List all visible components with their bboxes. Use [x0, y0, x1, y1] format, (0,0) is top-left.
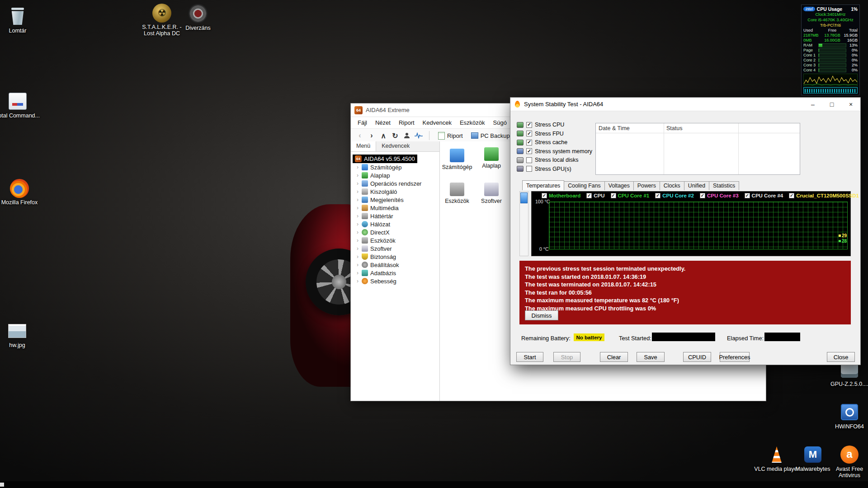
- minimize-button[interactable]: –: [803, 98, 822, 111]
- stress-option[interactable]: Stress CPU: [517, 122, 592, 128]
- tree-root-item[interactable]: 64 AIDA64 v5.95.4500: [353, 155, 417, 163]
- content-icon-4[interactable]: Szoftver: [474, 183, 509, 204]
- content-icon-1[interactable]: Számítógép: [439, 149, 475, 170]
- desktop[interactable]: LomtárS.T.A.L.K.E.R. - Lost Alpha DCDive…: [0, 0, 868, 488]
- desktop-icon-hw-jpg[interactable]: hw.jpg: [0, 321, 40, 348]
- desktop-icon-diverzans[interactable]: Diverzáns: [175, 4, 221, 31]
- clear-button[interactable]: Clear: [600, 352, 628, 362]
- up-icon[interactable]: ∧: [378, 130, 389, 141]
- tree-item[interactable]: ›Szoftver: [351, 244, 439, 253]
- stability-test-window[interactable]: System Stability Test - AIDA64 – □ × Str…: [510, 97, 861, 365]
- menu-eszközök[interactable]: Eszközök: [456, 118, 489, 127]
- content-icon-3[interactable]: Eszközök: [439, 183, 475, 204]
- tab-menu[interactable]: Menü: [351, 141, 376, 151]
- stress-option[interactable]: Stress FPU: [517, 131, 592, 137]
- tree-item[interactable]: ›Eszközök: [351, 236, 439, 244]
- menu-fájl[interactable]: Fájl: [354, 118, 371, 127]
- stress-option[interactable]: Stress local disks: [517, 157, 592, 163]
- taskbar-item[interactable]: [0, 483, 4, 487]
- checkbox[interactable]: [526, 122, 532, 128]
- close-icon[interactable]: ×: [841, 98, 860, 111]
- slider-thumb[interactable]: [520, 192, 528, 203]
- sst-titlebar[interactable]: System Stability Test - AIDA64 – □ ×: [510, 98, 860, 111]
- stress-option[interactable]: Stress system memory: [517, 148, 592, 155]
- tree-item[interactable]: ›Megjelenítés: [351, 196, 439, 204]
- tab-cooling-fans[interactable]: Cooling Fans: [564, 181, 604, 190]
- checkbox[interactable]: [526, 131, 532, 136]
- close-button[interactable]: Close: [827, 352, 855, 362]
- tree-item[interactable]: ›Kiszolgáló: [351, 188, 439, 196]
- refresh-icon[interactable]: ↻: [390, 130, 401, 141]
- content-icon-2[interactable]: Alaplap: [474, 147, 509, 169]
- tab-voltages[interactable]: Voltages: [604, 181, 634, 190]
- legend-item[interactable]: Crucial_CT120M500SSD1: [789, 193, 859, 198]
- checkbox[interactable]: [586, 193, 592, 198]
- checkbox[interactable]: [526, 148, 532, 154]
- checkbox[interactable]: [700, 193, 705, 198]
- report-button[interactable]: Riport: [434, 131, 467, 141]
- menu-súgó[interactable]: Súgó: [489, 118, 511, 127]
- preferences-button[interactable]: Preferences: [720, 352, 750, 362]
- cpu-usage-gadget[interactable]: intel CPU Usage 1% Clock:3401MHz Core i5…: [801, 5, 860, 95]
- tree-item[interactable]: ›Operációs rendszer: [351, 179, 439, 188]
- tree-item[interactable]: ›Multimédia: [351, 204, 439, 212]
- tree-item[interactable]: ›Háttértár: [351, 212, 439, 220]
- desktop-icon-hwinfo64[interactable]: HWiNFO64: [827, 402, 868, 430]
- stress-option[interactable]: Stress GPU(s): [517, 166, 592, 172]
- checkbox[interactable]: [655, 193, 660, 198]
- legend-item[interactable]: CPU Core #4: [745, 193, 783, 198]
- legend-item[interactable]: CPU Core #1: [611, 193, 650, 198]
- checkbox[interactable]: [526, 157, 532, 163]
- desktop-icon-avast[interactable]: Avast Free Antivirus: [827, 445, 868, 479]
- menu-nézet[interactable]: Nézet: [371, 118, 395, 127]
- tree-item[interactable]: ›Beállítások: [351, 261, 439, 269]
- tree-item[interactable]: ›Biztonság: [351, 253, 439, 261]
- tree-item[interactable]: ›Alaplap: [351, 171, 439, 179]
- back-icon[interactable]: ‹: [354, 130, 365, 141]
- tree-item[interactable]: ›Adatbázis: [351, 269, 439, 277]
- menu-riport[interactable]: Riport: [395, 118, 419, 127]
- desktop-icon-label: hw.jpg: [9, 342, 25, 348]
- tab-statistics[interactable]: Statistics: [709, 181, 739, 190]
- tree-item[interactable]: ›Hálózat: [351, 220, 439, 228]
- desktop-icon-total-commander[interactable]: Total Command...: [0, 91, 40, 119]
- taskbar[interactable]: [0, 481, 868, 488]
- legend-label: Crucial_CT120M500SSD1: [796, 193, 859, 198]
- checkbox[interactable]: [526, 166, 532, 172]
- start-button[interactable]: Start: [516, 352, 543, 362]
- menu-kedvencek[interactable]: Kedvencek: [419, 118, 456, 127]
- forward-icon[interactable]: ›: [366, 130, 377, 141]
- legend-item[interactable]: CPU Core #3: [700, 193, 739, 198]
- save-button[interactable]: Save: [637, 352, 665, 362]
- desktop-icon-firefox[interactable]: Mozilla Firefox: [0, 179, 42, 206]
- devices-icon: [450, 183, 464, 196]
- maximize-button[interactable]: □: [822, 98, 841, 111]
- tab-favorites[interactable]: Kedvencek: [376, 141, 415, 151]
- checkbox[interactable]: [542, 193, 547, 198]
- tree-item[interactable]: ›DirectX: [351, 228, 439, 236]
- checkbox[interactable]: [611, 193, 616, 198]
- user-icon[interactable]: [401, 130, 412, 141]
- tab-powers[interactable]: Powers: [633, 181, 660, 190]
- checkbox[interactable]: [526, 140, 532, 145]
- cpuid-button[interactable]: CPUID: [683, 352, 711, 362]
- chevron-right-icon: ›: [357, 278, 362, 284]
- pc-backup-button[interactable]: PC Backup: [467, 131, 514, 141]
- tab-unified[interactable]: Unified: [684, 181, 709, 190]
- tab-temperatures[interactable]: Temperatures: [522, 180, 564, 190]
- checkbox[interactable]: [745, 193, 750, 198]
- legend-label: CPU Core #4: [752, 193, 783, 198]
- checkbox[interactable]: [789, 193, 794, 198]
- tree-item[interactable]: ›Sebesség: [351, 277, 439, 285]
- legend-item[interactable]: CPU Core #2: [655, 193, 694, 198]
- graph-slider[interactable]: [519, 191, 528, 256]
- legend-item[interactable]: Motherboard: [542, 193, 580, 198]
- tree-item[interactable]: ›Számítógép: [351, 163, 439, 171]
- activity-icon[interactable]: [413, 130, 424, 141]
- results-table: Date & Time Status: [595, 123, 800, 175]
- desktop-icon-recycle-bin[interactable]: Lomtár: [0, 6, 40, 34]
- stress-option[interactable]: Stress cache: [517, 139, 592, 145]
- dismiss-button[interactable]: Dismiss: [525, 310, 558, 320]
- tab-clocks[interactable]: Clocks: [660, 181, 684, 190]
- legend-item[interactable]: CPU: [586, 193, 604, 198]
